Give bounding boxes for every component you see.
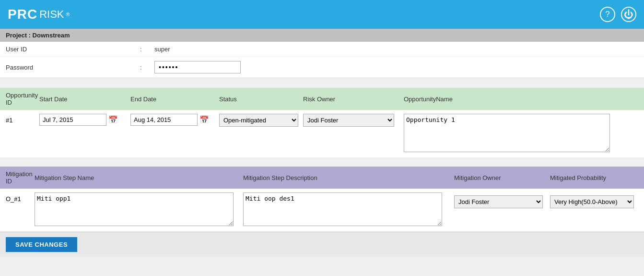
user-info-section: User ID : super Password : (0, 42, 644, 78)
opp-id-header: Opportunity ID (6, 92, 39, 106)
password-row: Password : (0, 57, 644, 78)
project-bar: Project : Downstream (0, 29, 644, 42)
mit-id-cell: O_#1 (6, 192, 35, 203)
app-header: PRC RISK ® ? ⏻ (0, 0, 644, 29)
mit-prob-select[interactable]: Very High(50.0-Above) High(30.0-50.0) Me… (550, 195, 634, 208)
help-icon[interactable]: ? (600, 7, 615, 22)
end-date-cell: 📅 (130, 114, 219, 126)
footer: SAVE CHANGES (0, 232, 644, 257)
save-changes-button[interactable]: SAVE CHANGES (6, 237, 77, 252)
password-input[interactable] (154, 61, 241, 73)
logo-reg: ® (66, 12, 70, 17)
start-date-calendar-icon[interactable]: 📅 (108, 115, 118, 124)
opportunity-header: Opportunity ID Start Date End Date Statu… (0, 88, 644, 110)
status-cell: Open-mitigated Open Closed (219, 114, 303, 127)
project-label: Project : Downstream (6, 32, 70, 39)
mit-desc-textarea[interactable]: Miti oop des1 (243, 192, 442, 226)
mit-id-header: Mitigation ID (6, 170, 35, 185)
user-id-value: super (154, 46, 170, 53)
end-date-header: End Date (130, 96, 219, 103)
start-date-header: Start Date (39, 96, 130, 103)
mit-name-cell: Miti opp1 (35, 192, 243, 228)
mit-desc-cell: Miti oop des1 (243, 192, 454, 228)
mit-name-textarea[interactable]: Miti opp1 (35, 192, 234, 226)
password-colon: : (140, 64, 154, 71)
owner-select[interactable]: Jodi Foster John Smith Jane Doe (303, 114, 394, 127)
header-icons: ? ⏻ (600, 7, 636, 22)
start-date-cell: 📅 (39, 114, 130, 126)
owner-cell: Jodi Foster John Smith Jane Doe (303, 114, 404, 127)
mit-step-desc-header: Mitigation Step Description (243, 174, 454, 181)
risk-owner-header: Risk Owner (303, 96, 404, 103)
logo-prc: PRC (8, 7, 37, 22)
user-id-colon: : (140, 46, 154, 53)
opportunity-row: #1 📅 📅 Open-mitigated Open Closed Jodi F… (0, 110, 644, 158)
power-icon[interactable]: ⏻ (621, 7, 636, 22)
user-id-label: User ID (6, 46, 140, 53)
logo-risk: RISK (39, 8, 64, 21)
mit-prob-header: Mitigated Probability (550, 174, 638, 181)
mit-owner-header: Mitigation Owner (454, 174, 550, 181)
end-date-input[interactable] (130, 114, 198, 126)
spacer-2 (0, 158, 644, 163)
spacer-1 (0, 78, 644, 83)
opp-id-cell: #1 (6, 114, 39, 124)
status-select[interactable]: Open-mitigated Open Closed (219, 114, 298, 127)
start-date-input[interactable] (39, 114, 106, 126)
opp-name-header: OpportunityName (404, 96, 638, 103)
mit-step-name-header: Mitigation Step Name (35, 174, 243, 181)
status-header: Status (219, 96, 303, 103)
mit-owner-cell: Jodi Foster John Smith Jane Doe (454, 192, 550, 208)
password-label: Password (6, 64, 140, 71)
mit-owner-select[interactable]: Jodi Foster John Smith Jane Doe (454, 195, 543, 208)
opp-name-cell: Opportunity 1 (404, 114, 638, 154)
mit-prob-cell: Very High(50.0-Above) High(30.0-50.0) Me… (550, 192, 638, 208)
opp-name-textarea[interactable]: Opportunity 1 (404, 114, 610, 152)
mitigation-header: Mitigation ID Mitigation Step Name Mitig… (0, 167, 644, 189)
end-date-wrap: 📅 (130, 114, 219, 126)
logo: PRC RISK ® (8, 7, 70, 22)
end-date-calendar-icon[interactable]: 📅 (199, 115, 209, 124)
user-id-row: User ID : super (0, 42, 644, 57)
mitigation-row: O_#1 Miti opp1 Miti oop des1 Jodi Foster… (0, 189, 644, 232)
start-date-wrap: 📅 (39, 114, 130, 126)
